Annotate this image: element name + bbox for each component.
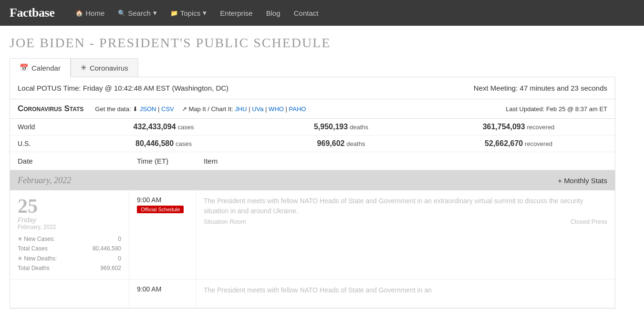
event-row-2: 9:00 AM The President meets with fellow …	[10, 280, 615, 308]
covid-header: Coronavirus Stats Get the data: ⬇ JSON |…	[10, 99, 615, 119]
tab-bar: 📅 Calendar ✳ Coronavirus	[10, 58, 615, 77]
month-group: February, 2022 + Monthly Stats	[10, 171, 615, 190]
nav-items: 🏠 Home 🔍 Search ▾ 📁 Topics ▾ Enterprise …	[69, 0, 325, 26]
world-stats-row: World 432,433,094 cases 5,950,193 deaths…	[10, 119, 615, 135]
new-deaths-value: 0	[118, 254, 121, 263]
home-icon: 🏠	[75, 10, 83, 17]
day-cell-2-empty	[10, 280, 129, 308]
event-cell-1: The President meets with fellow NATO Hea…	[196, 190, 615, 279]
brand-logo[interactable]: Factbase	[10, 6, 54, 20]
us-deaths-cell: 969,602 deaths	[252, 139, 430, 148]
time-cell-2: 9:00 AM	[129, 280, 196, 308]
world-recovered-cell: 361,754,093 recovered	[430, 123, 607, 131]
covid-map-links: ↗ Map It / Chart It: JHU | UVa | WHO | P…	[182, 105, 306, 113]
event-press: Closed Press	[571, 218, 607, 225]
nav-blog[interactable]: Blog	[260, 0, 287, 26]
content-box: Local POTUS Time: Friday @ 10:42:48 AM E…	[10, 77, 615, 309]
us-region: U.S.	[18, 140, 75, 147]
calendar-tab-icon: 📅	[20, 63, 29, 72]
us-cases-number: 80,446,580	[135, 139, 174, 147]
tab-calendar[interactable]: 📅 Calendar	[10, 58, 71, 77]
world-deaths-label: deaths	[350, 124, 368, 131]
event-description-2: The President meets with fellow NATO Hea…	[204, 285, 607, 295]
get-data-label: Get the data:	[95, 105, 131, 113]
event-description: The President meets with fellow NATO Hea…	[204, 196, 607, 216]
brand-name-regular: Fact	[10, 6, 32, 20]
total-deaths-row: Total Deaths 969,602	[18, 263, 121, 273]
nav-enterprise[interactable]: Enterprise	[213, 0, 259, 26]
page-title: Joe Biden - President's Public Schedule	[10, 35, 615, 51]
new-cases-row: ✳ New Cases: 0	[18, 234, 121, 244]
total-deaths-value: 969,602	[101, 263, 121, 273]
world-cases-label: cases	[177, 124, 194, 131]
new-cases-value: 0	[118, 234, 121, 244]
new-deaths-label: ✳ New Deaths:	[18, 254, 57, 263]
us-cases-label: cases	[176, 140, 192, 147]
event-row-1: 25 Friday February, 2022 ✳ New Cases: 0 …	[10, 190, 615, 280]
us-recovered-cell: 52,662,670 recovered	[430, 139, 607, 148]
monthly-stats-button[interactable]: + Monthly Stats	[558, 177, 607, 185]
col-date: Date	[10, 152, 129, 170]
nav-search[interactable]: 🔍 Search ▾	[111, 0, 164, 26]
official-schedule-badge: Official Schedule	[137, 206, 184, 213]
nav-blog-label: Blog	[266, 9, 280, 17]
time-cell-1: 9:00 AM Official Schedule	[129, 190, 196, 279]
share-icon: ↗	[182, 105, 187, 113]
nav-home-label: Home	[85, 9, 104, 17]
tab-coronavirus[interactable]: ✳ Coronavirus	[71, 58, 138, 77]
day-name: Friday	[18, 216, 121, 224]
total-cases-label: Total Cases	[18, 244, 48, 253]
day-stats: ✳ New Cases: 0 Total Cases 80,446,580 ✳ …	[18, 234, 121, 273]
nav-topics-label: Topics	[180, 9, 201, 17]
search-dropdown-icon: ▾	[153, 9, 157, 17]
topics-dropdown-icon: ▾	[203, 9, 207, 17]
plus-icon: +	[558, 177, 562, 185]
table-header: Date Time (ET) Item	[10, 152, 615, 171]
brand-name-bold: base	[32, 6, 54, 20]
who-link[interactable]: WHO	[269, 105, 284, 113]
world-deaths-number: 5,950,193	[314, 123, 348, 131]
coronavirus-tab-label: Coronavirus	[90, 64, 128, 72]
json-link[interactable]: JSON	[140, 105, 156, 113]
coronavirus-tab-icon: ✳	[81, 63, 87, 72]
month-label: February, 2022	[18, 176, 71, 186]
nav-home[interactable]: 🏠 Home	[69, 0, 111, 26]
map-label: Map It / Chart It:	[188, 105, 233, 113]
us-cases-cell: 80,446,580 cases	[75, 139, 252, 148]
page-content: Joe Biden - President's Public Schedule …	[0, 26, 625, 309]
event-time: 9:00 AM	[137, 196, 188, 204]
new-deaths-row: ✳ New Deaths: 0	[18, 254, 121, 263]
nav-enterprise-label: Enterprise	[220, 9, 252, 17]
world-recovered-label: recovered	[527, 124, 555, 131]
total-deaths-label: Total Deaths	[18, 263, 50, 273]
nav-search-label: Search	[128, 9, 151, 17]
paho-link[interactable]: PAHO	[289, 105, 306, 113]
covid-data-links: Get the data: ⬇ JSON | CSV	[95, 105, 174, 113]
us-stats-row: U.S. 80,446,580 cases 969,602 deaths 52,…	[10, 135, 615, 152]
calendar-tab-label: Calendar	[31, 64, 61, 72]
csv-link[interactable]: CSV	[161, 105, 174, 113]
nav-contact[interactable]: Contact	[287, 0, 325, 26]
day-cell-25: 25 Friday February, 2022 ✳ New Cases: 0 …	[10, 190, 129, 279]
covid-stats-title: Coronavirus Stats	[18, 104, 83, 114]
world-cases-cell: 432,433,094 cases	[75, 123, 252, 131]
jhu-link[interactable]: JHU	[235, 105, 247, 113]
event-cell-2: The President meets with fellow NATO Hea…	[196, 280, 615, 308]
col-item: Item	[196, 152, 615, 170]
time-bar: Local POTUS Time: Friday @ 10:42:48 AM E…	[10, 77, 615, 99]
us-deaths-number: 969,602	[317, 139, 345, 147]
world-recovered-number: 361,754,093	[483, 123, 525, 131]
uva-link[interactable]: UVa	[252, 105, 263, 113]
us-deaths-label: deaths	[346, 140, 365, 147]
total-cases-value: 80,446,580	[93, 244, 121, 253]
world-cases-number: 432,433,094	[134, 123, 176, 131]
nav-topics[interactable]: 📁 Topics ▾	[164, 0, 214, 26]
event-location-row: Situation Room Closed Press	[204, 218, 607, 225]
monthly-stats-label: Monthly Stats	[564, 177, 607, 185]
next-meeting: Next Meeting: 47 minutes and 23 seconds	[474, 84, 607, 92]
search-icon: 🔍	[118, 10, 125, 17]
event-time-2: 9:00 AM	[137, 285, 188, 293]
topics-icon: 📁	[170, 10, 178, 17]
world-deaths-cell: 5,950,193 deaths	[252, 123, 430, 131]
day-full-date: February, 2022	[18, 224, 121, 230]
